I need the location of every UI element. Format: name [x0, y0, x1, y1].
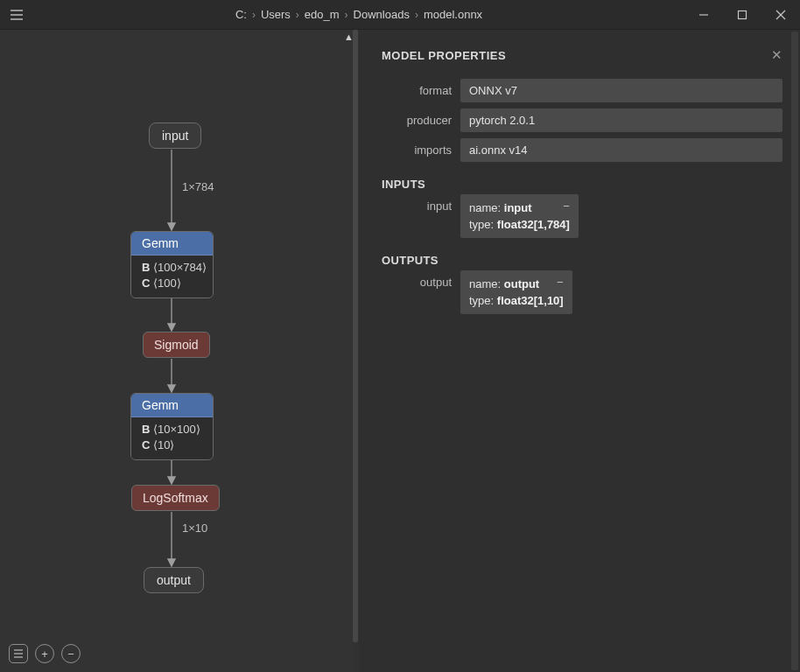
content: ▲ input 1×784 Gemm B ⟨100×784⟩ — [0, 30, 800, 672]
graph-input-node[interactable]: input — [149, 122, 201, 149]
output-row: output − name: output type: float32[1,10… — [376, 270, 782, 314]
chevron-right-icon: › — [296, 9, 299, 21]
breadcrumb: C:› Users› edo_m› Downloads› model.onnx — [33, 8, 684, 21]
scrollbar-thumb[interactable] — [791, 32, 798, 670]
zoom-in-button[interactable]: + — [35, 644, 54, 663]
prop-label: imports — [376, 138, 460, 162]
graph-output-node[interactable]: output — [144, 567, 204, 593]
node-label: Sigmoid — [154, 338, 199, 352]
logsoftmax-node[interactable]: LogSoftmax — [131, 485, 220, 511]
gemm-node-1[interactable]: Gemm B ⟨100×784⟩ C ⟨100⟩ — [130, 231, 214, 298]
node-params: B ⟨100×784⟩ C ⟨100⟩ — [131, 256, 213, 298]
graph-toolbar: + − — [9, 644, 81, 663]
chevron-right-icon: › — [252, 9, 256, 21]
properties-panel: MODEL PROPERTIES ✕ format ONNX v7 produc… — [359, 30, 800, 672]
maximize-button[interactable] — [723, 0, 761, 30]
prop-value[interactable]: ONNX v7 — [460, 79, 782, 102]
node-title: Gemm — [131, 394, 213, 417]
minimize-button[interactable] — [684, 0, 723, 30]
graph-pane[interactable]: ▲ input 1×784 Gemm B ⟨100×784⟩ — [0, 30, 359, 672]
breadcrumb-part[interactable]: C: — [235, 8, 247, 21]
close-button[interactable] — [761, 0, 800, 30]
input-row: input − name: input type: float32[1,784] — [376, 194, 782, 238]
menu-icon[interactable] — [0, 0, 33, 30]
prop-label: producer — [376, 108, 460, 132]
close-icon[interactable]: ✕ — [771, 47, 782, 63]
titlebar: C:› Users› edo_m› Downloads› model.onnx — [0, 0, 800, 30]
list-icon[interactable] — [9, 644, 28, 663]
io-box[interactable]: − name: output type: float32[1,10] — [460, 270, 572, 314]
chevron-right-icon: › — [415, 9, 418, 21]
prop-imports: imports ai.onnx v14 — [376, 138, 782, 162]
prop-value[interactable]: ai.onnx v14 — [460, 138, 782, 162]
io-label: input — [376, 194, 460, 238]
io-label: output — [376, 270, 460, 314]
prop-label: format — [376, 79, 460, 102]
prop-format: format ONNX v7 — [376, 79, 782, 102]
zoom-out-button[interactable]: − — [61, 644, 81, 663]
app-window: C:› Users› edo_m› Downloads› model.onnx … — [0, 0, 800, 672]
collapse-icon[interactable]: − — [563, 200, 570, 213]
panel-title: MODEL PROPERTIES — [382, 49, 506, 62]
breadcrumb-part[interactable]: model.onnx — [424, 8, 482, 21]
edge-label: 1×10 — [182, 522, 207, 535]
node-title: Gemm — [131, 232, 213, 256]
node-label: LogSoftmax — [143, 491, 208, 505]
breadcrumb-part[interactable]: Downloads — [354, 8, 410, 21]
section-inputs: INPUTS — [382, 178, 782, 191]
node-params: B ⟨10×100⟩ C ⟨10⟩ — [131, 417, 213, 459]
breadcrumb-part[interactable]: Users — [261, 8, 291, 21]
section-outputs: OUTPUTS — [382, 254, 782, 267]
breadcrumb-part[interactable]: edo_m — [305, 8, 340, 21]
chevron-right-icon: › — [345, 9, 348, 21]
sigmoid-node[interactable]: Sigmoid — [143, 332, 210, 358]
prop-value[interactable]: pytorch 2.0.1 — [460, 108, 782, 132]
panel-scrollbar[interactable] — [791, 32, 798, 670]
edge-label: 1×784 — [182, 180, 214, 193]
window-controls — [684, 0, 800, 30]
collapse-icon[interactable]: − — [557, 276, 564, 289]
svg-rect-4 — [739, 10, 747, 18]
node-label: output — [157, 573, 191, 587]
node-label: input — [162, 129, 188, 143]
gemm-node-2[interactable]: Gemm B ⟨10×100⟩ C ⟨10⟩ — [130, 393, 214, 460]
prop-producer: producer pytorch 2.0.1 — [376, 108, 782, 132]
io-box[interactable]: − name: input type: float32[1,784] — [460, 194, 579, 238]
graph: input 1×784 Gemm B ⟨100×784⟩ C ⟨100⟩ Sig… — [0, 30, 359, 672]
